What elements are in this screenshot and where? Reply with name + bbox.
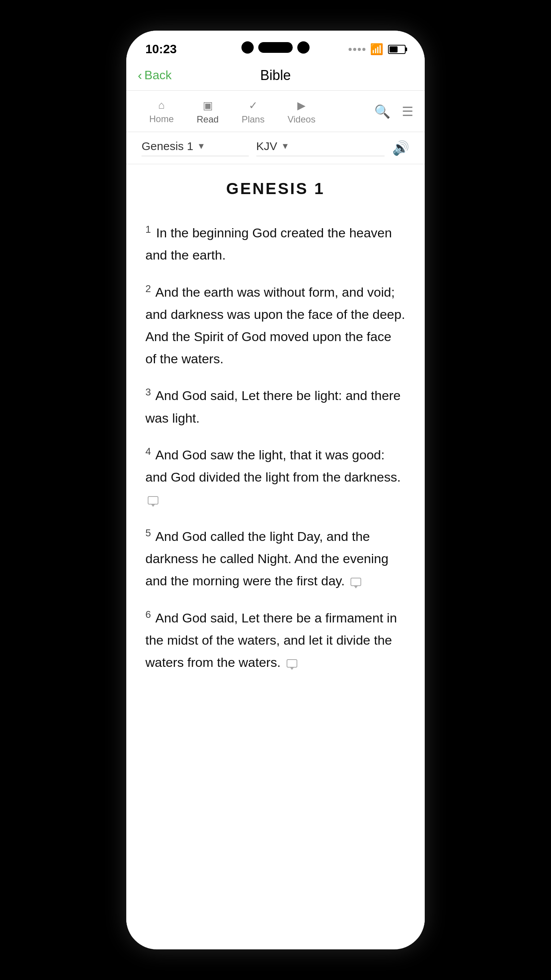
verse-4: 4 And God saw the light, that it was goo… xyxy=(145,443,406,511)
home-icon: ⌂ xyxy=(158,99,165,111)
verse-text-6: And God said, Let there be a firmament i… xyxy=(145,611,397,670)
camera-dot xyxy=(241,41,254,54)
audio-icon: 🔊 xyxy=(392,140,409,156)
chapter-title: GENESIS 1 xyxy=(145,180,406,198)
selectors-bar: Genesis 1 ▼ KJV ▼ 🔊 xyxy=(126,132,425,164)
verse-text-3: And God said, Let there be light: and th… xyxy=(145,389,401,425)
status-time: 10:23 xyxy=(145,42,177,56)
tab-plans[interactable]: ✓ Plans xyxy=(230,91,276,132)
verse-6: 6 And God said, Let there be a firmament… xyxy=(145,606,406,674)
search-icon[interactable]: 🔍 xyxy=(374,104,390,119)
wifi-icon: 📶 xyxy=(370,43,383,56)
tab-plans-label: Plans xyxy=(241,114,264,125)
comment-icon-5[interactable] xyxy=(350,578,361,586)
version-selector[interactable]: KJV ▼ xyxy=(256,140,385,156)
verse-number-2: 2 xyxy=(145,283,151,294)
back-label: Back xyxy=(144,68,171,82)
audio-button[interactable]: 🔊 xyxy=(392,140,409,156)
nav-header: ‹ Back Bible xyxy=(126,60,425,91)
book-selector[interactable]: Genesis 1 ▼ xyxy=(142,140,249,156)
status-bar: 10:23 📶 xyxy=(126,31,425,60)
plans-icon: ✓ xyxy=(249,99,258,112)
read-icon: ▣ xyxy=(203,99,213,112)
verse-number-6: 6 xyxy=(145,609,151,620)
verse-text-1: In the beginning God created the heaven … xyxy=(145,225,392,262)
verse-number-4: 4 xyxy=(145,446,151,457)
tab-videos-label: Videos xyxy=(287,114,315,125)
book-selector-arrow-icon: ▼ xyxy=(197,141,205,151)
videos-icon: ▶ xyxy=(297,99,306,112)
version-selector-arrow-icon: ▼ xyxy=(281,141,290,151)
camera-dot-2 xyxy=(297,41,310,54)
camera-pill xyxy=(258,42,293,53)
back-chevron-icon: ‹ xyxy=(138,68,142,83)
signal-icon xyxy=(349,48,365,51)
tab-home[interactable]: ⌂ Home xyxy=(138,91,185,132)
book-selector-label: Genesis 1 xyxy=(142,140,193,153)
verse-1: 1 In the beginning God created the heave… xyxy=(145,221,406,266)
comment-icon-4[interactable] xyxy=(148,496,158,505)
version-selector-label: KJV xyxy=(256,140,277,153)
menu-icon[interactable]: ☰ xyxy=(402,104,413,119)
battery-icon xyxy=(388,45,406,54)
camera-notch xyxy=(241,41,310,54)
verse-text-4: And God saw the light, that it was good:… xyxy=(145,448,401,485)
verse-number-3: 3 xyxy=(145,386,151,398)
tab-bar: ⌂ Home ▣ Read ✓ Plans ▶ Videos 🔍 ☰ xyxy=(126,91,425,132)
tab-read[interactable]: ▣ Read xyxy=(185,91,230,132)
comment-icon-6[interactable] xyxy=(287,659,297,668)
status-icons: 📶 xyxy=(349,43,406,56)
verse-text-2: And the earth was without form, and void… xyxy=(145,285,405,366)
verse-number-1: 1 xyxy=(145,224,151,235)
tab-read-label: Read xyxy=(197,114,218,125)
tab-items: ⌂ Home ▣ Read ✓ Plans ▶ Videos xyxy=(138,91,374,132)
content-area: GENESIS 1 1 In the beginning God created… xyxy=(126,164,425,938)
phone-frame: 10:23 📶 ‹ Back Bible xyxy=(126,31,425,949)
verse-number-5: 5 xyxy=(145,527,151,539)
tab-actions: 🔍 ☰ xyxy=(374,104,413,119)
page-title: Bible xyxy=(260,67,291,83)
verse-3: 3 And God said, Let there be light: and … xyxy=(145,384,406,429)
back-button[interactable]: ‹ Back xyxy=(138,68,171,83)
verse-2: 2 And the earth was without form, and vo… xyxy=(145,280,406,370)
tab-home-label: Home xyxy=(149,114,174,124)
tab-videos[interactable]: ▶ Videos xyxy=(276,91,327,132)
verse-5: 5 And God called the light Day, and the … xyxy=(145,524,406,592)
